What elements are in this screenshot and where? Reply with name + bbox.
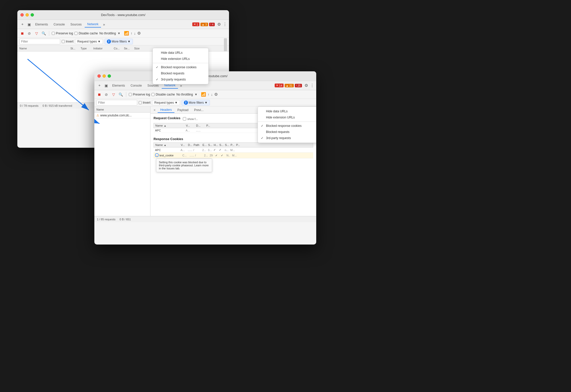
dropdown-hide-data-2[interactable]: Hide data URLs — [258, 108, 316, 114]
upload-icon-2[interactable]: ↑ — [208, 92, 209, 97]
resp-cookie-test-2[interactable]: ⚠ test_cookie C... ...... / 2... 29 ✓ ✓ … — [154, 153, 313, 158]
resp-cookie-apc-2[interactable]: APC A... ...... / 2... 3... ✓ ✓ n... M..… — [154, 147, 313, 153]
detail-close-btn-2[interactable]: × — [152, 108, 157, 112]
close-button-1[interactable] — [20, 13, 24, 17]
cursor-icon-2[interactable]: ⌖ — [96, 83, 103, 89]
dropdown-3rd-party-2[interactable]: ✓ 3rd-party requests — [258, 135, 316, 141]
filter-input-1[interactable] — [19, 39, 60, 44]
cursor-icon-1[interactable]: ⌖ — [19, 21, 26, 28]
device-icon-1[interactable]: ▣ — [26, 21, 32, 28]
resp-name-col-2: Name ▲ — [155, 143, 181, 146]
throttle-select-2[interactable]: No throttling — [176, 93, 193, 96]
more-filters-badge-1: 2 — [107, 39, 111, 44]
request-types-btn-2[interactable]: Request types ▼ — [152, 100, 180, 105]
tab-console-1[interactable]: Console — [51, 22, 67, 27]
resp-test-p-2: M... — [232, 154, 238, 157]
search-btn-1[interactable]: 🔍 — [41, 31, 46, 36]
more-filters-btn-1[interactable]: 2 More filters ▼ — [105, 39, 133, 44]
stop-btn-2[interactable]: ⏹ — [96, 92, 102, 97]
tab-sources-1[interactable]: Sources — [68, 22, 84, 27]
invert-check-2[interactable]: Invert — [139, 101, 150, 104]
transferred-2: 0 B / 651 — [120, 218, 131, 221]
detail-tab-preview-2[interactable]: Previ... — [192, 107, 206, 113]
detail-tab-payload-2[interactable]: Payload — [175, 107, 191, 113]
throttle-arrow-1[interactable]: ▼ — [117, 32, 120, 35]
maximize-button-1[interactable] — [31, 13, 34, 17]
error-badge-2: ✕ 14 — [275, 84, 283, 87]
dropdown-hide-data-1[interactable]: Hide data URLs — [153, 50, 208, 56]
more-icon-2[interactable]: ⋮ — [310, 83, 314, 88]
download-icon-1[interactable]: ↓ — [134, 31, 136, 35]
minimize-button-1[interactable] — [26, 13, 29, 17]
window-title-1: DevTools - www.youtube.com/ — [101, 13, 145, 17]
settings-btn-2[interactable]: ⚙ — [214, 92, 218, 97]
devtools-window-2: DevTools - www.youtube.com/ ⌖ ▣ Elements… — [94, 71, 316, 245]
clear-btn-1[interactable]: ⊘ — [27, 31, 32, 36]
req-p-col-2: P... — [206, 124, 217, 127]
resp-test-name-2: test_cookie — [159, 154, 182, 157]
invert-check-1[interactable]: Invert — [62, 40, 73, 43]
upload-icon-1[interactable]: ↑ — [131, 31, 132, 35]
dropdown-blocked-resp-1[interactable]: ✓ Blocked response cookies — [153, 64, 208, 70]
preserve-log-2[interactable]: Preserve log — [129, 93, 150, 96]
maximize-button-2[interactable] — [108, 74, 111, 78]
blue-arrow-1 — [22, 54, 94, 118]
dropdown-blocked-req-2[interactable]: Blocked requests — [258, 129, 316, 135]
filter-input-2[interactable] — [96, 100, 137, 105]
col-se-header-1: Se... — [124, 47, 134, 50]
throttle-select-1[interactable]: No throttling — [99, 32, 116, 35]
settings-icon-2[interactable]: ⚙ — [304, 83, 308, 88]
req-apc-v-2: A... — [186, 129, 196, 132]
tab-console-2[interactable]: Console — [128, 83, 144, 88]
resp-test-s3-2: N.. — [226, 154, 232, 157]
dropdown-blocked-resp-2[interactable]: ✓ Blocked response cookies — [258, 123, 316, 129]
resp-s3-col-2: S... — [225, 143, 231, 146]
tab-network-1[interactable]: Network — [85, 21, 101, 28]
disable-cache-2[interactable]: Disable cache — [151, 93, 175, 96]
filter-btn-1[interactable]: ▽ — [34, 31, 39, 36]
resp-v-col-2: V... — [181, 143, 188, 146]
tab-elements-1[interactable]: Elements — [33, 22, 50, 27]
info-icon-1: ! — [210, 23, 211, 26]
detail-tab-headers-2[interactable]: Headers — [158, 107, 174, 113]
throttle-arrow-2[interactable]: ▼ — [194, 93, 197, 96]
more-icon-1[interactable]: ⋮ — [223, 22, 227, 27]
minimize-button-2[interactable] — [103, 74, 106, 78]
download-icon-2[interactable]: ↓ — [211, 92, 213, 97]
filter-btn-2[interactable]: ▽ — [111, 92, 116, 97]
stop-btn-1[interactable]: ⏹ — [19, 31, 25, 36]
dropdown-blocked-req-1[interactable]: Blocked requests — [153, 70, 208, 76]
tab-icons-1: ✕ 1 ▲ 3 ! 4 ⚙ ⋮ — [192, 22, 227, 27]
info-icon-2: ! — [296, 84, 297, 87]
device-icon-2[interactable]: ▣ — [103, 83, 109, 89]
name-panel-2: Name ⚠ www.youtube.com;dc... — [94, 106, 150, 216]
test-cookie-warning-icon-2: ⚠ — [155, 153, 159, 157]
dropdown-3rd-party-1[interactable]: ✓ 3rd-party requests — [153, 76, 208, 83]
show-filtered-2[interactable]: show f... — [183, 117, 198, 120]
settings-btn-1[interactable]: ⚙ — [137, 31, 141, 36]
preserve-log-1[interactable]: Preserve log — [52, 32, 73, 35]
tab-elements-2[interactable]: Elements — [110, 83, 128, 88]
settings-icon-1[interactable]: ⚙ — [217, 22, 221, 27]
close-button-2[interactable] — [97, 74, 101, 78]
check-icon-blocked-resp-1: ✓ — [156, 65, 158, 69]
search-btn-2[interactable]: 🔍 — [118, 92, 123, 97]
col-type-header-1: Type — [81, 47, 93, 50]
more-tabs-1[interactable]: » — [101, 21, 107, 28]
resp-e-col-2: E... — [202, 143, 208, 146]
request-types-arrow-1: ▼ — [98, 40, 101, 43]
tooltip-2: Setting this cookie was blocked due to t… — [156, 158, 212, 172]
resp-apc-v-2: A... — [181, 148, 188, 152]
status-bar-2: 1 / 85 requests 0 B / 651 — [94, 216, 316, 222]
resp-apc-d-2: ...... — [188, 148, 193, 152]
request-types-btn-1[interactable]: Request types ▼ — [75, 39, 103, 44]
more-filters-btn-2[interactable]: 2 More filters ▼ — [182, 100, 210, 105]
tabs-bar-1: ⌖ ▣ Elements Console Sources Network » ✕… — [17, 20, 229, 29]
dropdown-hide-ext-1[interactable]: Hide extension URLs — [153, 56, 208, 62]
disable-cache-1[interactable]: Disable cache — [74, 32, 98, 35]
filter-bar-1: Invert Request types ▼ 2 More filters ▼ — [17, 38, 229, 45]
col-size-header-1: Size — [134, 47, 147, 50]
clear-btn-2[interactable]: ⊘ — [104, 92, 109, 97]
req-v-col-2: V... — [186, 124, 196, 127]
dropdown-hide-ext-2[interactable]: Hide extension URLs — [258, 114, 316, 120]
